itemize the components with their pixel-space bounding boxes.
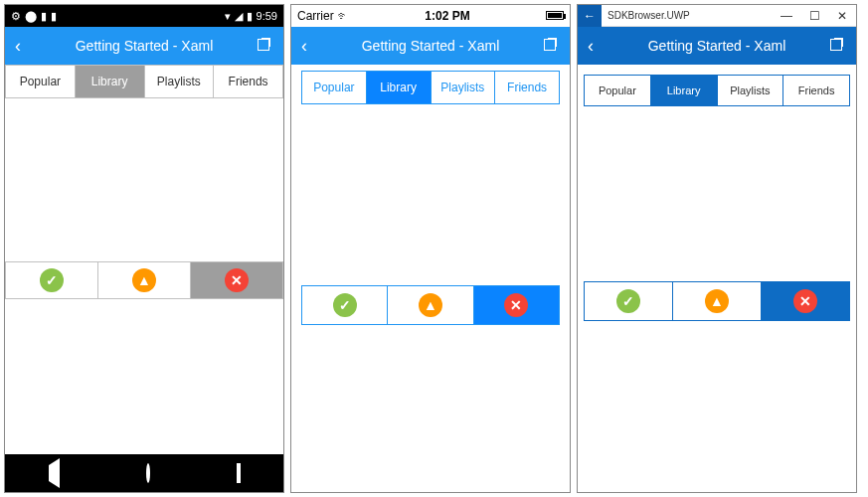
segment-uwp: ✓ ▲ ✕ — [584, 281, 850, 321]
external-link-icon[interactable] — [544, 38, 560, 54]
device-ios: Carrier ᯤ 1:02 PM ‹ Getting Started - Xa… — [290, 4, 571, 493]
body-android: Popular Library Playlists Friends ✓ ▲ ✕ — [5, 65, 283, 454]
tab-library[interactable]: Library — [366, 72, 431, 103]
tab-library[interactable]: Library — [76, 65, 145, 98]
window-maximize-icon[interactable]: ☐ — [800, 9, 828, 23]
segment-ok[interactable]: ✓ — [302, 286, 387, 324]
nav-back-icon[interactable] — [49, 465, 60, 481]
tab-playlists[interactable]: Playlists — [431, 72, 495, 103]
carrier-label: Carrier ᯤ — [297, 9, 349, 23]
wifi-icon: ᯤ — [337, 9, 349, 23]
page-title: Getting Started - Xaml — [317, 38, 544, 54]
signal-icon: ◢ — [235, 10, 243, 23]
device-uwp: ← SDKBrowser.UWP — ☐ ✕ ‹ Getting Started… — [577, 4, 857, 493]
statusbar-android: ⚙ ⬤ ▮ ▮ ▾ ◢ ▮ 9:59 — [5, 5, 283, 27]
warning-icon: ▲ — [705, 289, 729, 313]
close-icon: ✕ — [793, 289, 817, 313]
doc-icon: ▮ — [51, 10, 57, 23]
tab-friends[interactable]: Friends — [214, 65, 283, 98]
check-icon: ✓ — [616, 289, 640, 313]
segment-warn[interactable]: ▲ — [98, 261, 191, 299]
battery-icon: ▮ — [247, 10, 253, 23]
warning-icon: ▲ — [132, 268, 156, 292]
nav-home-icon[interactable] — [146, 465, 150, 481]
body-uwp: Popular Library Playlists Friends ✓ ▲ ✕ — [578, 65, 856, 492]
window-minimize-icon[interactable]: — — [773, 9, 800, 23]
titlebar-uwp: ← SDKBrowser.UWP — ☐ ✕ — [578, 5, 856, 27]
segment-ok[interactable]: ✓ — [585, 282, 672, 320]
back-icon[interactable]: ‹ — [15, 36, 31, 57]
tab-playlists[interactable]: Playlists — [145, 65, 215, 98]
statusbar-ios: Carrier ᯤ 1:02 PM — [291, 5, 570, 27]
tab-friends[interactable]: Friends — [782, 76, 849, 105]
segment-android: ✓ ▲ ✕ — [5, 261, 283, 299]
tab-library[interactable]: Library — [650, 76, 717, 105]
segment-warn[interactable]: ▲ — [672, 282, 761, 320]
battery-icon — [546, 9, 564, 23]
segment-error[interactable]: ✕ — [191, 261, 283, 299]
segment-ios: ✓ ▲ ✕ — [301, 285, 560, 325]
tab-friends[interactable]: Friends — [494, 72, 559, 103]
window-close-icon[interactable]: ✕ — [828, 9, 856, 23]
titlebar-back-icon[interactable]: ← — [578, 5, 602, 27]
doc-icon: ▮ — [41, 10, 47, 23]
tab-popular[interactable]: Popular — [5, 65, 76, 98]
body-ios: Popular Library Playlists Friends ✓ ▲ ✕ — [291, 65, 570, 492]
warning-icon: ▲ — [419, 293, 442, 317]
segment-ok[interactable]: ✓ — [5, 261, 98, 299]
tabs-uwp: Popular Library Playlists Friends — [584, 75, 850, 106]
window-title: SDKBrowser.UWP — [602, 10, 773, 21]
external-link-icon[interactable] — [258, 38, 273, 54]
tab-playlists[interactable]: Playlists — [717, 76, 783, 105]
segment-error[interactable]: ✕ — [761, 282, 849, 320]
close-icon: ✕ — [504, 293, 528, 317]
segment-error[interactable]: ✕ — [473, 286, 559, 324]
page-title: Getting Started - Xaml — [604, 38, 830, 54]
header-android: ‹ Getting Started - Xaml — [5, 27, 283, 65]
wifi-icon: ▾ — [225, 10, 231, 23]
page-title: Getting Started - Xaml — [31, 38, 258, 54]
device-android: ⚙ ⬤ ▮ ▮ ▾ ◢ ▮ 9:59 ‹ Getting Started - X… — [4, 4, 284, 493]
app-icon: ⬤ — [25, 10, 37, 23]
external-link-icon[interactable] — [830, 38, 846, 54]
segment-warn[interactable]: ▲ — [387, 286, 472, 324]
tab-popular[interactable]: Popular — [585, 76, 650, 105]
header-uwp: ‹ Getting Started - Xaml — [578, 27, 856, 65]
close-icon: ✕ — [225, 268, 249, 292]
header-ios: ‹ Getting Started - Xaml — [291, 27, 570, 65]
back-icon[interactable]: ‹ — [301, 36, 317, 57]
status-time: 1:02 PM — [349, 9, 546, 23]
gear-icon: ⚙ — [11, 10, 21, 23]
tab-popular[interactable]: Popular — [302, 72, 366, 103]
check-icon: ✓ — [40, 268, 64, 292]
nav-recent-icon[interactable] — [237, 465, 241, 481]
check-icon: ✓ — [333, 293, 357, 317]
back-icon[interactable]: ‹ — [588, 36, 604, 57]
tabs-android: Popular Library Playlists Friends — [5, 65, 283, 98]
status-time: 9:59 — [257, 10, 277, 22]
tabs-ios: Popular Library Playlists Friends — [301, 71, 560, 104]
navbar-android — [5, 454, 283, 492]
